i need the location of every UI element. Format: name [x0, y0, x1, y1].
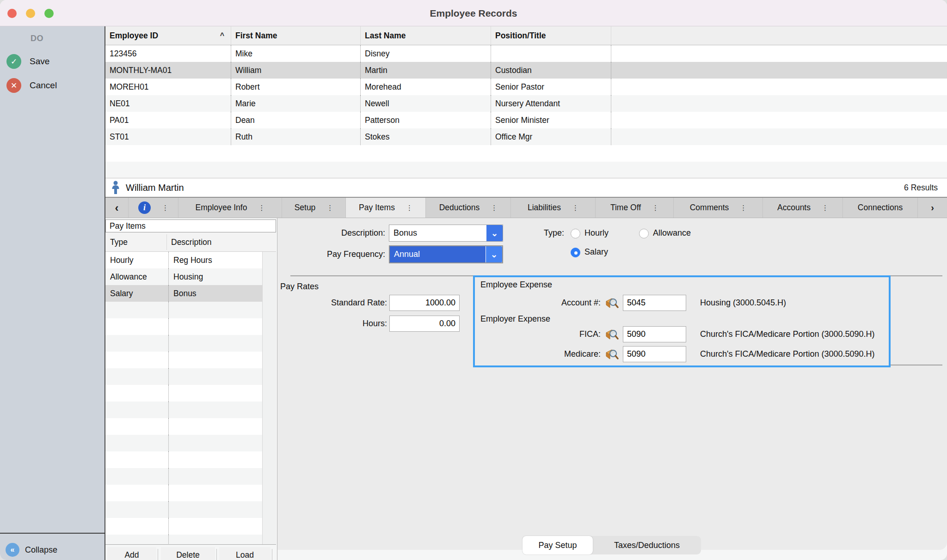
tab-menu-icon[interactable]: ⋮: [740, 204, 746, 212]
type-label: Type:: [518, 225, 564, 242]
title-bar: Employee Records: [0, 0, 947, 26]
sidebar-section-label: DO: [0, 34, 74, 43]
standard-rate-label: Standard Rate:: [277, 295, 387, 311]
tab-menu-icon[interactable]: ⋮: [162, 204, 168, 212]
medicare-label: Medicare:: [475, 346, 601, 362]
tab-menu-icon[interactable]: ⋮: [258, 204, 264, 212]
radio-allowance[interactable]: [639, 229, 649, 238]
tab-menu-icon[interactable]: ⋮: [326, 204, 333, 212]
fica-description: Church's FICA/Medicare Portion (3000.509…: [700, 326, 875, 342]
employee-records-window: Employee Records DO ✓ Save ✕ Cancel « Co…: [0, 0, 947, 560]
account-number-label: Account #:: [475, 295, 601, 311]
table-row[interactable]: ST01 Ruth Stokes Office Mgr: [105, 128, 947, 145]
pay-items-scrollbar-track[interactable]: [262, 252, 276, 544]
description-dropdown[interactable]: Bonus ⌄: [389, 225, 503, 242]
medicare-lookup-icon[interactable]: [604, 348, 619, 361]
account-number-input[interactable]: [623, 295, 686, 311]
column-header-description[interactable]: Description: [171, 232, 212, 252]
tab-connections[interactable]: Connections: [843, 198, 918, 218]
tab-setup[interactable]: Setup⋮: [282, 198, 346, 218]
add-button[interactable]: Add: [107, 547, 156, 560]
column-header-employee-id[interactable]: Employee ID ^: [105, 26, 231, 45]
table-row[interactable]: MOREH01 Robert Morehead Senior Pastor: [105, 79, 947, 95]
cancel-x-icon: ✕: [6, 78, 21, 93]
radio-salary-label[interactable]: Salary: [584, 243, 608, 261]
sidebar-divider: [0, 533, 105, 534]
column-header-first-name[interactable]: First Name: [231, 26, 361, 45]
radio-hourly[interactable]: [571, 229, 580, 238]
radio-salary-selected[interactable]: [571, 248, 580, 257]
dropdown-chevron-icon[interactable]: ⌄: [486, 246, 502, 262]
load-button[interactable]: Load: [219, 547, 271, 560]
tab-deductions[interactable]: Deductions⋮: [426, 198, 511, 218]
sort-ascending-icon[interactable]: ^: [220, 31, 224, 40]
window-title: Employee Records: [0, 0, 947, 26]
pay-item-row[interactable]: Hourly Reg Hours: [105, 252, 262, 268]
medicare-description: Church's FICA/Medicare Portion (3000.509…: [700, 346, 875, 362]
record-name: William Martin: [126, 183, 184, 193]
section-separator-right: [891, 365, 942, 365]
fica-account-input[interactable]: [623, 326, 686, 342]
close-window-icon[interactable]: [7, 9, 17, 18]
tab-time-off[interactable]: Time Off⋮: [596, 198, 674, 218]
pay-frequency-label: Pay Frequency:: [277, 245, 385, 263]
description-value: Bonus: [389, 225, 486, 241]
save-button[interactable]: ✓ Save: [0, 54, 105, 69]
table-row-empty: [105, 145, 947, 162]
tab-employee-info[interactable]: Employee Info⋮: [178, 198, 282, 218]
tab-scroll-left-button[interactable]: ‹: [105, 198, 129, 218]
tab-taxes-deductions[interactable]: Taxes/Deductions: [593, 536, 701, 554]
tab-pay-items[interactable]: Pay Items⋮: [346, 198, 426, 218]
radio-allowance-label[interactable]: Allowance: [653, 225, 691, 242]
record-header: William Martin 6 Results: [105, 178, 947, 198]
standard-rate-input[interactable]: [389, 295, 460, 311]
table-row[interactable]: PA01 Dean Patterson Senior Minister: [105, 112, 947, 128]
column-header-position-title[interactable]: Position/Title: [491, 26, 611, 45]
table-row-empty: [105, 162, 947, 178]
pay-items-header: Type Description: [105, 232, 276, 252]
tab-menu-icon[interactable]: ⋮: [652, 204, 658, 212]
tab-scroll-right-button[interactable]: ›: [918, 198, 947, 218]
medicare-account-input[interactable]: [623, 346, 686, 362]
save-check-icon: ✓: [6, 54, 21, 69]
pay-item-row[interactable]: Allowance Housing: [105, 268, 262, 285]
tab-comments[interactable]: Comments⋮: [674, 198, 763, 218]
column-header-type[interactable]: Type: [110, 232, 128, 252]
pay-items-panel-title: Pay Items: [105, 219, 276, 232]
fica-lookup-icon[interactable]: [604, 328, 619, 341]
tab-pay-setup[interactable]: Pay Setup: [523, 536, 593, 554]
tab-accounts[interactable]: Accounts⋮: [763, 198, 843, 218]
column-header-last-name[interactable]: Last Name: [361, 26, 491, 45]
fica-label: FICA:: [475, 326, 601, 342]
minimize-window-icon[interactable]: [26, 9, 35, 18]
employee-table-header: Employee ID ^ First Name Last Name Posit…: [105, 26, 947, 45]
table-row[interactable]: NE01 Marie Newell Nursery Attendant: [105, 95, 947, 112]
back-chevron-icon: ‹: [115, 201, 119, 214]
pay-frequency-dropdown[interactable]: Annual ⌄: [389, 245, 503, 263]
pay-rates-title: Pay Rates: [280, 282, 319, 292]
tab-menu-icon[interactable]: ⋮: [406, 204, 412, 212]
pay-item-row-selected[interactable]: Salary Bonus: [105, 285, 262, 302]
hours-input[interactable]: [389, 316, 460, 332]
tab-liabilities[interactable]: Liabilities⋮: [511, 198, 596, 218]
table-row[interactable]: 123456 Mike Disney: [105, 45, 947, 62]
table-row-selected[interactable]: MONTHLY-MA01 William Martin Custodian: [105, 62, 947, 79]
pay-setup-form: Description: Bonus ⌄ Pay Frequency: Annu…: [277, 218, 947, 550]
result-count: 6 Results: [904, 183, 938, 193]
zoom-window-icon[interactable]: [44, 9, 54, 18]
expense-highlight-box: Employee Expense Account #: Housing (300…: [473, 275, 891, 367]
collapse-button[interactable]: « Collapse: [0, 542, 105, 558]
forward-chevron-icon: ›: [931, 202, 934, 213]
account-lookup-icon[interactable]: [604, 297, 619, 310]
tab-info[interactable]: i ⋮: [129, 198, 178, 218]
pay-items-panel: Pay Items Type Description Hourly Reg Ho…: [105, 218, 277, 560]
tab-menu-icon[interactable]: ⋮: [822, 204, 828, 212]
delete-button[interactable]: Delete: [161, 547, 215, 560]
cancel-button[interactable]: ✕ Cancel: [0, 78, 105, 93]
pay-frequency-value: Annual: [390, 246, 486, 262]
radio-hourly-label[interactable]: Hourly: [584, 225, 609, 242]
tab-menu-icon[interactable]: ⋮: [572, 204, 578, 212]
tab-menu-icon[interactable]: ⋮: [491, 204, 497, 212]
hours-label: Hours:: [277, 316, 387, 332]
dropdown-chevron-icon[interactable]: ⌄: [486, 225, 503, 241]
